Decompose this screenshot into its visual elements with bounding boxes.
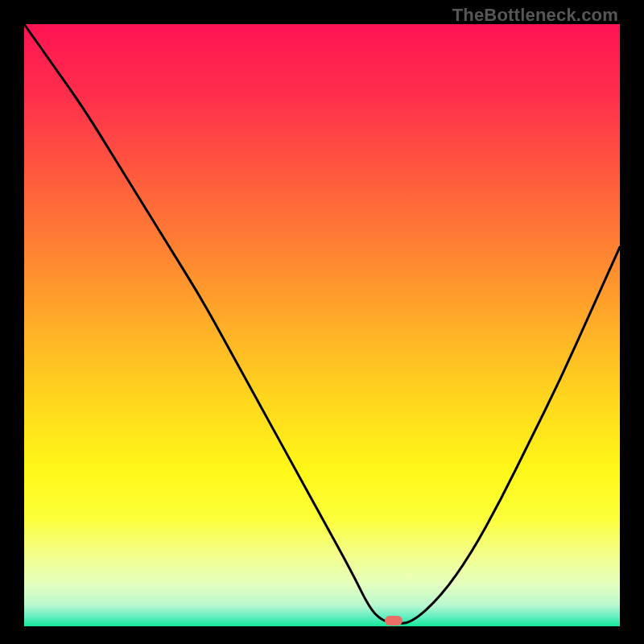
- bottleneck-curve: [24, 24, 620, 626]
- plot-area: [24, 24, 620, 626]
- optimal-point-marker: [385, 616, 402, 625]
- chart-frame: TheBottleneck.com: [0, 0, 644, 644]
- watermark-text: TheBottleneck.com: [452, 5, 618, 26]
